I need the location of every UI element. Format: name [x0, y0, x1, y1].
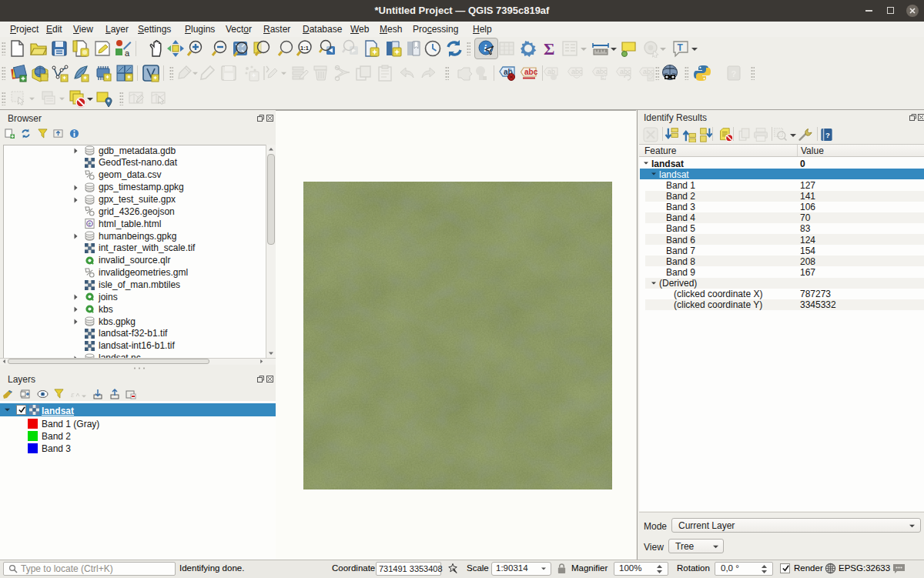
- svg-text:abc: abc: [571, 68, 583, 75]
- svg-text:Σ: Σ: [544, 39, 554, 58]
- svg-text:?: ?: [732, 69, 737, 79]
- svg-text:T: T: [678, 42, 684, 53]
- svg-text:ε: ε: [71, 389, 75, 399]
- svg-text:a: a: [125, 48, 130, 58]
- svg-text:i: i: [484, 42, 487, 54]
- svg-text:abc: abc: [596, 68, 608, 75]
- svg-text:1:1: 1:1: [300, 45, 309, 52]
- svg-text:?: ?: [825, 131, 830, 139]
- svg-text:abc: abc: [620, 68, 631, 75]
- svg-text:abc: abc: [524, 68, 538, 76]
- svg-text:e: e: [88, 221, 91, 226]
